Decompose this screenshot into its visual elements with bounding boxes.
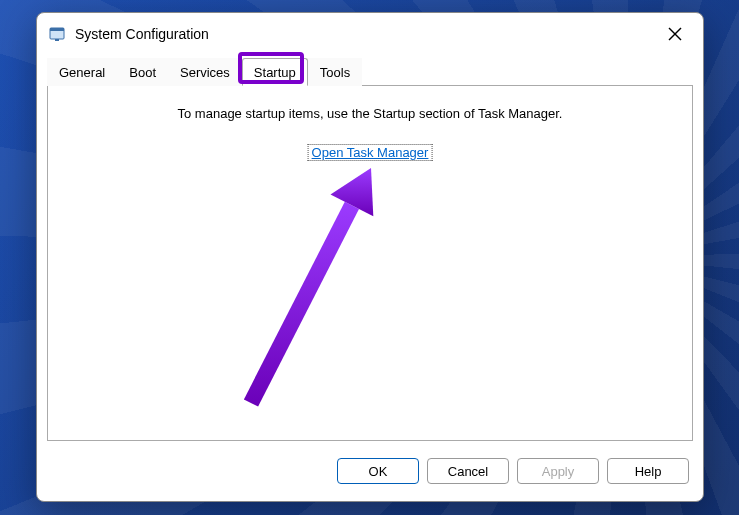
tab-general[interactable]: General <box>47 58 117 86</box>
system-configuration-dialog: System Configuration General Boot Servic… <box>36 12 704 502</box>
svg-marker-5 <box>244 202 359 407</box>
annotation-arrow <box>48 86 716 466</box>
tab-startup[interactable]: Startup <box>242 58 308 86</box>
open-task-manager-link[interactable]: Open Task Manager <box>308 144 433 161</box>
tab-tools[interactable]: Tools <box>308 58 362 86</box>
ok-button[interactable]: OK <box>337 458 419 484</box>
titlebar: System Configuration <box>37 13 703 55</box>
dialog-footer: OK Cancel Apply Help <box>37 451 703 501</box>
help-button[interactable]: Help <box>607 458 689 484</box>
svg-rect-2 <box>55 39 59 41</box>
tab-services[interactable]: Services <box>168 58 242 86</box>
msconfig-icon <box>49 25 67 43</box>
tab-panel: To manage startup items, use the Startup… <box>47 85 693 441</box>
svg-rect-1 <box>50 28 64 31</box>
apply-button[interactable]: Apply <box>517 458 599 484</box>
cancel-button[interactable]: Cancel <box>427 458 509 484</box>
close-icon <box>668 27 682 41</box>
tab-boot[interactable]: Boot <box>117 58 168 86</box>
tabstrip: General Boot Services Startup Tools <box>37 57 703 85</box>
instruction-text: To manage startup items, use the Startup… <box>48 106 692 121</box>
dialog-title: System Configuration <box>75 26 659 42</box>
close-button[interactable] <box>659 18 691 50</box>
svg-marker-6 <box>331 168 374 216</box>
